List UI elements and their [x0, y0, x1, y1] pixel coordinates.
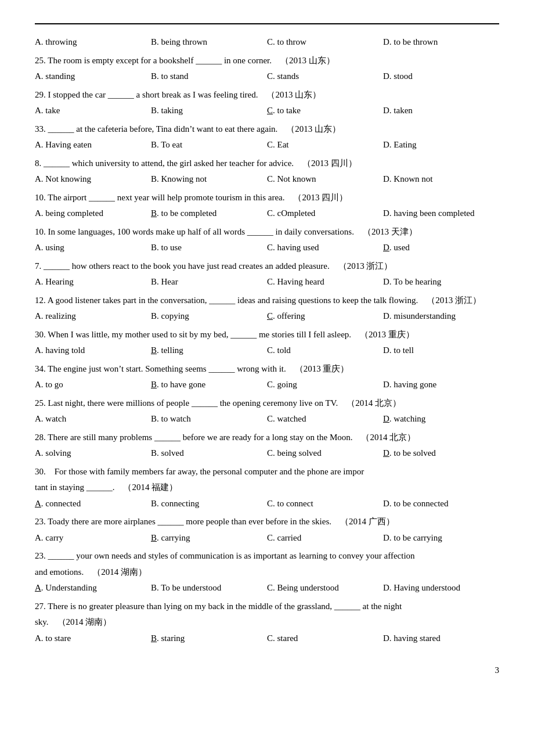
top-line	[35, 23, 499, 24]
option: B. to stand	[151, 69, 267, 84]
question-block: 34. The engine just won’t start. Somethi…	[35, 362, 499, 393]
option: B. To eat	[151, 138, 267, 153]
option: A. solving	[35, 446, 151, 461]
option: D. watching	[383, 412, 499, 427]
option: B. telling	[151, 343, 267, 358]
question-text: 25. Last night, there were millions of p…	[35, 396, 499, 411]
question-text: 30. When I was little, my mother used to…	[35, 327, 499, 343]
question-text: sky. （2014 湖南）	[35, 615, 499, 630]
option: A. Hearing	[35, 275, 151, 290]
option: A. take	[35, 103, 151, 118]
option: A. being completed	[35, 206, 151, 221]
page-number: 3	[35, 663, 499, 678]
option: B. Hear	[151, 275, 267, 290]
option: A. carry	[35, 531, 151, 546]
question-text: 30. For those with family members far aw…	[35, 465, 499, 480]
option: B. connecting	[151, 496, 267, 512]
option: C. watched	[267, 412, 383, 427]
option: C. told	[267, 343, 383, 358]
option: D. Known not	[383, 172, 499, 187]
question-block: 25. The room is empty except for a books…	[35, 53, 499, 84]
option: D. stood	[383, 69, 499, 84]
options-row: A. watchB. to watchC. watchedD. watching	[35, 412, 499, 427]
question-block: 30. When I was little, my mother used to…	[35, 327, 499, 358]
option: C. Eat	[267, 138, 383, 153]
question-text: 10. In some languages, 100 words make up…	[35, 225, 499, 240]
option: B. to use	[151, 240, 267, 255]
option: A. realizing	[35, 309, 151, 324]
option: D. to be solved	[383, 446, 499, 461]
question-block: 12. A good listener takes part in the co…	[35, 293, 499, 324]
option: A. Not knowing	[35, 172, 151, 187]
option: B. to have gone	[151, 377, 267, 393]
option: B. to be completed	[151, 206, 267, 221]
option: A. throwing	[35, 35, 151, 50]
question-block: 30. For those with family members far aw…	[35, 465, 499, 512]
option: C. to connect	[267, 496, 383, 512]
option: B. staring	[151, 631, 267, 646]
option: B. copying	[151, 309, 267, 324]
question-text: 23. ______ your own needs and styles of …	[35, 549, 499, 564]
question-block: 10. The airport ______ next year will he…	[35, 190, 499, 221]
question-text: 29. I stopped the car ______ a short bre…	[35, 88, 499, 103]
option: B. being thrown	[151, 35, 267, 50]
options-row: A. carryB. carryingC. carriedD. to be ca…	[35, 531, 499, 546]
option: C. cOmpleted	[267, 206, 383, 221]
option: B. taking	[151, 103, 267, 118]
question-block: 8. ______ which university to attend, th…	[35, 156, 499, 187]
question-block: 7. ______ how others react to the book y…	[35, 259, 499, 290]
option: B. to watch	[151, 412, 267, 427]
option: A. using	[35, 240, 151, 255]
options-row: A. to goB. to have goneC. goingD. having…	[35, 377, 499, 393]
option: D. to be thrown	[383, 35, 499, 50]
option: B. solved	[151, 446, 267, 461]
question-block: A. throwingB. being thrownC. to throwD. …	[35, 35, 499, 50]
question-block: 23. ______ your own needs and styles of …	[35, 549, 499, 596]
option: D. used	[383, 240, 499, 255]
question-text: 12. A good listener takes part in the co…	[35, 293, 499, 308]
option: D. to be connected	[383, 496, 499, 512]
content-area: A. throwingB. being thrownC. to throwD. …	[35, 35, 499, 646]
options-row: A. HearingB. HearC. Having heardD. To be…	[35, 275, 499, 290]
option: C. stands	[267, 69, 383, 84]
option: D. Eating	[383, 138, 499, 153]
option: D. to be carrying	[383, 531, 499, 546]
option: D. misunderstanding	[383, 309, 499, 324]
options-row: A. standingB. to standC. standsD. stood	[35, 69, 499, 84]
option: D. having been completed	[383, 206, 499, 221]
option: D. to tell	[383, 343, 499, 358]
question-text: 34. The engine just won’t start. Somethi…	[35, 362, 499, 377]
question-block: 10. In some languages, 100 words make up…	[35, 225, 499, 255]
options-row: A. UnderstandingB. To be understoodC. Be…	[35, 581, 499, 596]
option: D. having stared	[383, 631, 499, 646]
option: C. being solved	[267, 446, 383, 461]
option: D. To be hearing	[383, 275, 499, 290]
question-text: 8. ______ which university to attend, th…	[35, 156, 499, 171]
options-row: A. throwingB. being thrownC. to throwD. …	[35, 35, 499, 50]
option: C. to take	[267, 103, 383, 118]
option: A. watch	[35, 412, 151, 427]
option: C. Being understood	[267, 581, 383, 596]
question-text: 33. ______ at the cafeteria before, Tina…	[35, 122, 499, 137]
options-row: A. solvingB. solvedC. being solvedD. to …	[35, 446, 499, 461]
option: B. carrying	[151, 531, 267, 546]
options-row: A. having toldB. tellingC. toldD. to tel…	[35, 343, 499, 358]
options-row: A. to stareB. staringC. staredD. having …	[35, 631, 499, 646]
question-text: 25. The room is empty except for a books…	[35, 53, 499, 69]
option: C. stared	[267, 631, 383, 646]
option: A. Having eaten	[35, 138, 151, 153]
question-text: 27. There is no greater pleasure than ly…	[35, 599, 499, 614]
question-block: 29. I stopped the car ______ a short bre…	[35, 88, 499, 118]
option: A. to go	[35, 377, 151, 393]
option: C. Not known	[267, 172, 383, 187]
question-text: 7. ______ how others react to the book y…	[35, 259, 499, 274]
option: B. Knowing not	[151, 172, 267, 187]
question-text: 10. The airport ______ next year will he…	[35, 190, 499, 206]
question-block: 23. Toady there are more airplanes _____…	[35, 514, 499, 545]
option: D. taken	[383, 103, 499, 118]
option: D. having gone	[383, 377, 499, 393]
option: A. to stare	[35, 631, 151, 646]
question-block: 28. There are still many problems ______…	[35, 430, 499, 461]
options-row: A. usingB. to useC. having usedD. used	[35, 240, 499, 255]
question-text: 23. Toady there are more airplanes _____…	[35, 514, 499, 530]
